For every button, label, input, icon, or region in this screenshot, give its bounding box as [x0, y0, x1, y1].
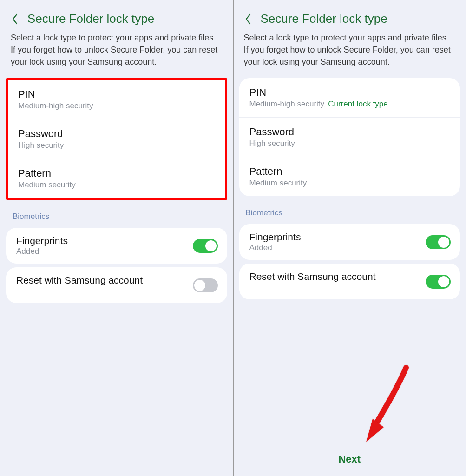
row-title: Fingerprints	[16, 235, 68, 246]
lock-type-list-highlighted: PIN Medium-high security Password High s…	[6, 78, 227, 200]
row-subtitle: Added	[249, 243, 301, 252]
lock-type-list: PIN Medium-high security, Current lock t…	[239, 78, 460, 196]
screen-right: Secure Folder lock type Select a lock ty…	[233, 0, 466, 476]
option-title: Pattern	[249, 165, 450, 178]
row-subtitle	[249, 283, 376, 292]
row-text: Reset with Samsung account	[16, 275, 143, 296]
header: Secure Folder lock type	[234, 0, 466, 32]
option-pattern[interactable]: Pattern Medium security	[239, 157, 460, 196]
toggle-fingerprints[interactable]	[426, 235, 451, 249]
reset-card: Reset with Samsung account	[239, 264, 460, 299]
row-subtitle	[16, 286, 143, 296]
option-subtitle: Medium security	[18, 180, 215, 190]
option-subtitle: Medium-high security, Current lock type	[249, 99, 450, 109]
row-text: Reset with Samsung account	[249, 271, 376, 292]
back-icon[interactable]	[244, 13, 252, 26]
toggle-reset-samsung[interactable]	[426, 275, 451, 289]
row-reset-samsung[interactable]: Reset with Samsung account	[6, 267, 227, 303]
annotation-arrow-icon	[351, 364, 416, 448]
toggle-reset-samsung[interactable]	[193, 278, 218, 292]
next-button[interactable]: Next	[234, 453, 466, 465]
row-fingerprints[interactable]: Fingerprints Added	[6, 228, 227, 264]
option-subtitle: High security	[249, 139, 450, 148]
back-icon[interactable]	[11, 13, 19, 26]
row-reset-samsung[interactable]: Reset with Samsung account	[239, 264, 460, 299]
option-subtitle: Medium security	[249, 178, 450, 188]
row-fingerprints[interactable]: Fingerprints Added	[239, 224, 460, 260]
option-pin[interactable]: PIN Medium-high security, Current lock t…	[239, 78, 460, 118]
section-label-biometrics: Biometrics	[234, 200, 466, 220]
page-title: Secure Folder lock type	[261, 12, 387, 26]
row-title: Reset with Samsung account	[16, 275, 143, 286]
option-title: Password	[18, 128, 215, 140]
row-text: Fingerprints Added	[249, 231, 301, 252]
row-subtitle: Added	[16, 247, 68, 256]
fingerprints-card: Fingerprints Added	[239, 224, 460, 260]
page-description: Select a lock type to protect your apps …	[0, 32, 233, 74]
fingerprints-card: Fingerprints Added	[6, 228, 227, 264]
page-title: Secure Folder lock type	[27, 12, 154, 26]
option-pattern[interactable]: Pattern Medium security	[8, 159, 225, 198]
option-pin[interactable]: PIN Medium-high security	[8, 80, 225, 119]
row-title: Reset with Samsung account	[249, 271, 376, 282]
row-text: Fingerprints Added	[16, 235, 68, 256]
option-title: Pattern	[18, 167, 215, 179]
screen-left: Secure Folder lock type Select a lock ty…	[0, 0, 233, 476]
option-title: PIN	[249, 86, 450, 99]
toggle-fingerprints[interactable]	[193, 239, 218, 253]
header: Secure Folder lock type	[0, 0, 233, 32]
security-level: Medium-high security,	[249, 99, 326, 108]
row-title: Fingerprints	[249, 231, 301, 243]
option-password[interactable]: Password High security	[239, 118, 460, 157]
option-password[interactable]: Password High security	[8, 119, 225, 159]
reset-card: Reset with Samsung account	[6, 267, 227, 303]
option-title: PIN	[18, 88, 215, 100]
current-lock-badge: Current lock type	[328, 99, 388, 108]
option-title: Password	[249, 126, 450, 138]
option-subtitle: Medium-high security	[18, 101, 215, 111]
section-label-biometrics: Biometrics	[0, 204, 233, 224]
page-description: Select a lock type to protect your apps …	[234, 32, 466, 74]
option-subtitle: High security	[18, 141, 215, 150]
